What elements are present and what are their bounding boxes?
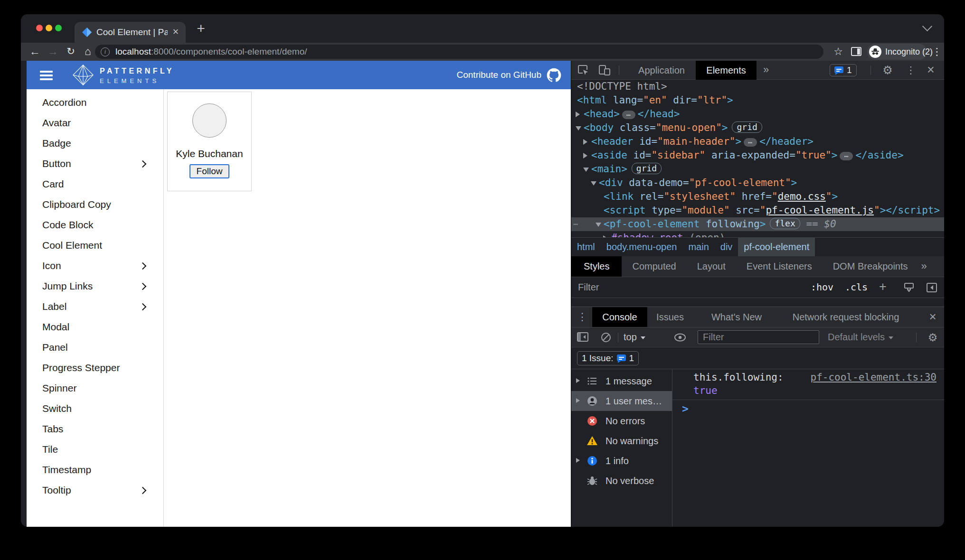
inspect-element-icon[interactable]	[578, 65, 589, 75]
breadcrumb-pf-cool-element[interactable]: pf-cool-element	[738, 238, 815, 256]
sidebar-item-switch[interactable]: Switch	[27, 398, 163, 419]
browser-menu-icon[interactable]: ⋮	[931, 43, 943, 61]
forward-button[interactable]: →	[45, 43, 61, 61]
dom-tree-row[interactable]: <html lang="en" dir="ltr">	[571, 93, 944, 107]
console-message[interactable]: this.following: true pf-cool-element.ts:…	[672, 369, 944, 400]
window-chevron-down-icon[interactable]	[922, 21, 932, 31]
issue-bar-button[interactable]: 1 Issue: 1	[577, 351, 639, 365]
disclosure-right-icon[interactable]	[576, 458, 580, 463]
dom-tree-row[interactable]: <div data-demo="pf-cool-element">	[571, 176, 944, 190]
dom-tree-row[interactable]: <script type="module" src="pf-cool-eleme…	[571, 204, 944, 217]
sidebar-item-code-block[interactable]: Code Block	[27, 215, 163, 235]
sidebar-item-modal[interactable]: Modal	[27, 317, 163, 337]
sidebar-item-tile[interactable]: Tile	[27, 439, 163, 459]
console-source-link[interactable]: pf-cool-element.ts:30	[810, 372, 937, 383]
sidebar-item-card[interactable]: Card	[27, 174, 163, 194]
devtools-close-icon[interactable]: ×	[923, 61, 939, 80]
sidebar-item-jump-links[interactable]: Jump Links	[27, 276, 163, 296]
console-tab-console[interactable]: Console	[592, 307, 647, 327]
sidebar-item-icon[interactable]: Icon	[27, 255, 163, 276]
console-sidebar-item-1-info[interactable]: 1 info	[571, 451, 672, 471]
sidebar-item-avatar[interactable]: Avatar	[27, 112, 163, 133]
dom-tree-row[interactable]: <!DOCTYPE html>	[571, 80, 944, 93]
dom-tree-row[interactable]: <body class="menu-open">grid	[571, 121, 944, 135]
new-tab-button[interactable]: +	[193, 21, 209, 37]
tab-application[interactable]: Application	[628, 61, 695, 80]
styles-filter-input[interactable]: Filter	[578, 277, 599, 298]
toggle-element-state-button[interactable]: :hov	[811, 277, 833, 298]
dom-tree-row[interactable]: <link rel="stylesheet" href="demo.css">	[571, 190, 944, 204]
clear-console-icon[interactable]	[601, 332, 611, 343]
collapsed-content-icon[interactable]: …	[840, 152, 853, 160]
drawer-close-icon[interactable]: ×	[926, 307, 940, 327]
sidebar-item-clipboard-copy[interactable]: Clipboard Copy	[27, 194, 163, 215]
sidebar-item-spinner[interactable]: Spinner	[27, 378, 163, 398]
reload-button[interactable]: ↻	[63, 43, 79, 61]
dom-tree-row[interactable]: ⋯<pf-cool-element following>flex == $0	[571, 217, 944, 231]
dom-tree-row[interactable]: <head>…</head>	[571, 107, 944, 121]
collapsed-content-icon[interactable]: …	[622, 111, 635, 119]
close-window-button[interactable]	[36, 25, 43, 31]
follow-button[interactable]: Follow	[189, 164, 230, 178]
disclosure-right-icon[interactable]	[576, 398, 580, 403]
live-expression-eye-icon[interactable]	[674, 333, 686, 342]
site-info-icon[interactable]: i	[101, 47, 110, 56]
breadcrumb-html[interactable]: html	[571, 238, 601, 256]
disclosure-down-icon[interactable]	[576, 126, 581, 131]
disclosure-right-icon[interactable]	[576, 112, 580, 117]
hamburger-menu-icon[interactable]	[40, 71, 53, 82]
disclosure-down-icon[interactable]	[591, 181, 596, 186]
zoom-window-button[interactable]	[55, 25, 62, 31]
disclosure-right-icon[interactable]	[576, 378, 580, 383]
styles-tab-styles[interactable]: Styles	[571, 256, 622, 277]
styles-tab-computed[interactable]: Computed	[622, 256, 686, 277]
side-panel-icon[interactable]	[851, 47, 861, 56]
console-filter-input[interactable]: Filter	[698, 330, 819, 344]
console-prompt-icon[interactable]: >	[682, 402, 689, 415]
more-styles-tabs-icon[interactable]: »	[918, 256, 927, 277]
browser-tab[interactable]: Cool Element | PatternFly Elem ×	[75, 22, 186, 43]
dom-tree-row[interactable]: <header id="main-header">…</header>	[571, 135, 944, 149]
incognito-badge[interactable]: Incognito (2)	[867, 44, 927, 60]
styles-tab-dom-breakpoints[interactable]: DOM Breakpoints	[823, 256, 918, 277]
collapse-styles-sidebar-icon[interactable]	[927, 282, 937, 293]
breadcrumb-body.menu-open[interactable]: body.menu-open	[601, 238, 683, 256]
console-sidebar-item-no-errors[interactable]: No errors	[571, 411, 672, 431]
console-sidebar-item-1-user-mes-[interactable]: 1 user mes…	[571, 391, 672, 411]
console-sidebar-item-1-message[interactable]: 1 message	[571, 371, 672, 391]
breadcrumb-div[interactable]: div	[715, 238, 738, 256]
sidebar-item-tabs[interactable]: Tabs	[27, 419, 163, 439]
console-sidebar-item-no-warnings[interactable]: No warnings	[571, 431, 672, 451]
grid-badge[interactable]: grid	[732, 121, 762, 133]
back-button[interactable]: ←	[27, 43, 43, 61]
log-levels-dropdown[interactable]: Default levels	[828, 327, 893, 347]
url-bar[interactable]: i localhost:8000/components/cool-element…	[95, 45, 823, 59]
element-classes-button[interactable]: .cls	[845, 277, 868, 298]
styles-tab-layout[interactable]: Layout	[687, 256, 736, 277]
breadcrumb-main[interactable]: main	[682, 238, 714, 256]
sidebar-item-panel[interactable]: Panel	[27, 337, 163, 357]
devtools-settings-icon[interactable]: ⚙	[879, 61, 896, 80]
console-sidebar-toggle-icon[interactable]	[577, 332, 588, 342]
styles-tab-event-listeners[interactable]: Event Listeners	[736, 256, 823, 277]
disclosure-down-icon[interactable]	[596, 223, 601, 227]
dom-tree-row[interactable]: <aside id="sidebar" aria-expanded="true"…	[571, 149, 944, 162]
home-button[interactable]: ⌂	[80, 43, 96, 61]
issues-counter-button[interactable]: 1	[830, 64, 857, 76]
contribute-github-link[interactable]: Contribute on GitHub	[457, 61, 542, 89]
sidebar-item-label[interactable]: Label	[27, 296, 163, 317]
console-settings-icon[interactable]: ⚙	[925, 327, 941, 347]
sidebar-item-timestamp[interactable]: Timestamp	[27, 459, 163, 480]
sidebar-item-button[interactable]: Button	[27, 153, 163, 174]
console-tab-network-request-blocking[interactable]: Network request blocking	[786, 307, 906, 327]
github-icon[interactable]	[547, 68, 561, 83]
disclosure-right-icon[interactable]	[583, 139, 587, 145]
disclosure-right-icon[interactable]	[583, 153, 587, 159]
minimize-window-button[interactable]	[46, 25, 52, 31]
sidebar-item-progress-stepper[interactable]: Progress Stepper	[27, 357, 163, 378]
sidebar-item-badge[interactable]: Badge	[27, 133, 163, 153]
flex-badge[interactable]: flex	[770, 218, 800, 229]
sidebar-item-tooltip[interactable]: Tooltip	[27, 480, 163, 500]
collapsed-content-icon[interactable]: …	[744, 138, 757, 147]
new-style-rule-icon[interactable]: +	[879, 277, 887, 297]
